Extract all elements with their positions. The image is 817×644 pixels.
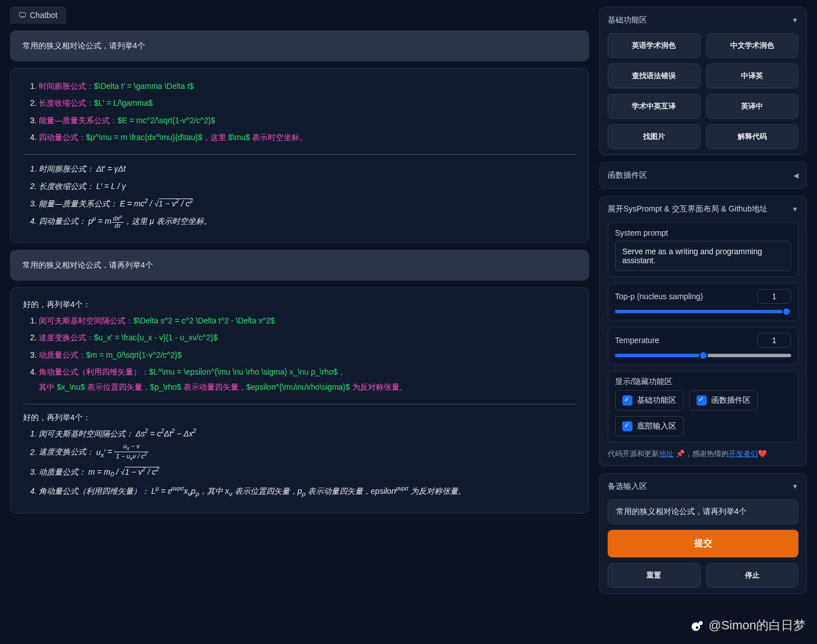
bot-message: 时间膨胀公式：$\Delta t' = \gamma \Delta t$ 长度收… <box>10 68 589 244</box>
chat-icon <box>19 11 26 19</box>
footnote: 代码开源和更新地址 📌，感谢热情的开发者们❤️ <box>608 448 798 460</box>
temperature-value[interactable]: 1 <box>757 333 791 348</box>
topp-slider[interactable] <box>615 310 791 313</box>
chevron-down-icon: ▼ <box>792 16 798 24</box>
repo-link[interactable]: 地址 <box>659 449 674 458</box>
system-prompt-label: System prompt <box>615 228 791 237</box>
panel-header-basic[interactable]: 基础功能区 ▼ <box>608 13 798 28</box>
alt-input-panel: 备选输入区 ▼ 常用的狭义相对论公式，请再列举4个 提交 重置 停止 <box>599 473 807 594</box>
user-message: 常用的狭义相对论公式，请再列举4个 <box>10 250 589 281</box>
bot-message: 好的，再列举4个： 闵可夫斯基时空间隔公式：$\Delta s^2 = c^2 … <box>10 287 589 514</box>
fn-find-image[interactable]: 找图片 <box>608 124 701 149</box>
fn-english-polish[interactable]: 英语学术润色 <box>608 33 701 58</box>
user-message: 常用的狭义相对论公式，请列举4个 <box>10 30 589 61</box>
topp-value[interactable]: 1 <box>757 289 791 304</box>
panel-header-plugins[interactable]: 函数插件区 ◀ <box>608 168 798 183</box>
tab-chatbot[interactable]: Chatbot <box>10 7 66 24</box>
fn-en-to-zh[interactable]: 英译中 <box>706 94 799 119</box>
chevron-down-icon: ▼ <box>792 205 798 213</box>
tab-label: Chatbot <box>30 11 57 20</box>
check-plugins[interactable]: 函数插件区 <box>689 390 758 411</box>
temperature-slider[interactable] <box>615 354 791 357</box>
divider <box>23 154 576 155</box>
basic-functions-panel: 基础功能区 ▼ 英语学术润色 中文学术润色 查找语法错误 中译英 学术中英互译 … <box>599 7 807 155</box>
fn-zh-to-en[interactable]: 中译英 <box>706 64 799 88</box>
divider <box>23 404 576 404</box>
check-bottom-input[interactable]: 底部输入区 <box>615 416 684 436</box>
temperature-block: Temperature 1 <box>608 327 798 365</box>
chat-log: 常用的狭义相对论公式，请列举4个 时间膨胀公式：$\Delta t' = \ga… <box>10 30 589 514</box>
fn-explain-code[interactable]: 解释代码 <box>706 124 799 149</box>
panel-header-advanced[interactable]: 展开SysPrompt & 交互界面布局 & Github地址 ▼ <box>608 202 798 217</box>
panel-header-altinput[interactable]: 备选输入区 ▼ <box>608 479 798 494</box>
topp-block: Top-p (nucleus sampling) 1 <box>608 283 798 321</box>
svg-rect-0 <box>20 12 26 17</box>
reset-button[interactable]: 重置 <box>608 563 701 588</box>
temperature-label: Temperature <box>615 336 752 345</box>
chevron-down-icon: ▼ <box>792 483 798 490</box>
topp-label: Top-p (nucleus sampling) <box>615 292 752 301</box>
fn-academic-bitrans[interactable]: 学术中英互译 <box>608 94 701 119</box>
contributors-link[interactable]: 开发者们 <box>729 449 758 458</box>
system-prompt-input[interactable]: Serve me as a writing and programming as… <box>615 241 791 271</box>
advanced-panel: 展开SysPrompt & 交互界面布局 & Github地址 ▼ System… <box>599 196 807 466</box>
submit-button[interactable]: 提交 <box>608 530 798 557</box>
fn-grammar-check[interactable]: 查找语法错误 <box>608 64 701 88</box>
system-prompt-block: System prompt Serve me as a writing and … <box>608 222 798 277</box>
plugins-panel: 函数插件区 ◀ <box>599 162 807 189</box>
chevron-left-icon: ◀ <box>793 172 798 179</box>
check-basic[interactable]: 基础功能区 <box>615 390 684 411</box>
visibility-block: 显示/隐藏功能区 基础功能区 函数插件区 底部输入区 <box>608 371 798 443</box>
tab-bar: Chatbot <box>10 7 589 24</box>
alt-input-field[interactable]: 常用的狭义相对论公式，请再列举4个 <box>608 499 798 524</box>
stop-button[interactable]: 停止 <box>706 563 799 588</box>
fn-chinese-polish[interactable]: 中文学术润色 <box>706 33 799 58</box>
